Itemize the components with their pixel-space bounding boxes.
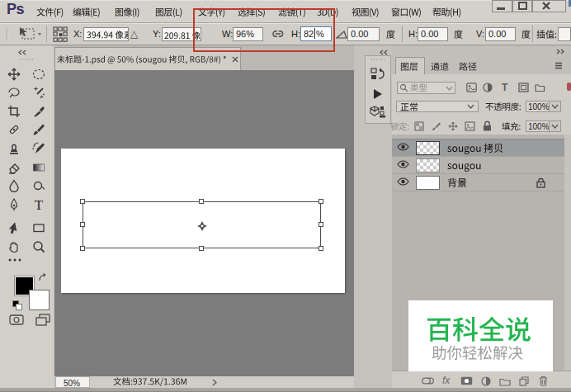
svg-text:T: T xyxy=(35,198,44,211)
